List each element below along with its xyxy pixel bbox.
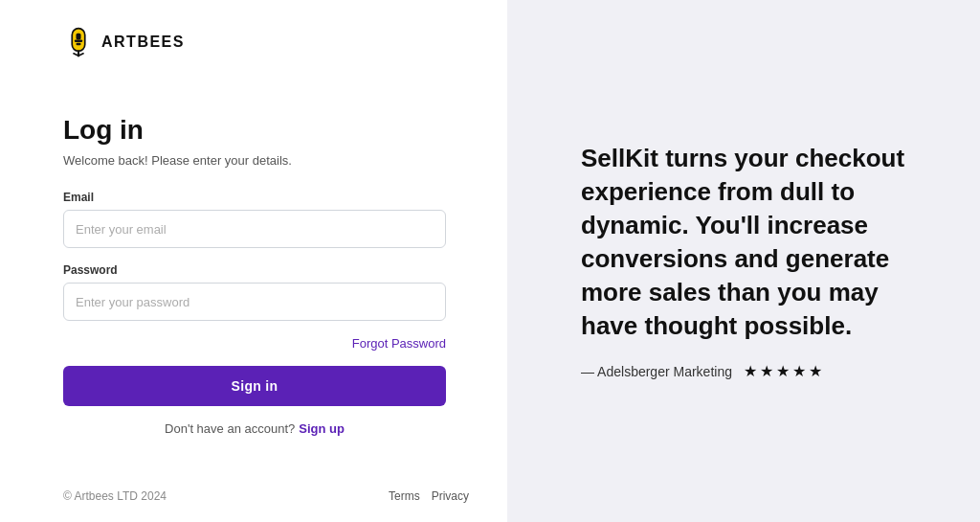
terms-link[interactable]: Terms bbox=[389, 489, 420, 503]
login-subtitle: Welcome back! Please enter your details. bbox=[63, 153, 469, 168]
star-4: ★ bbox=[792, 362, 806, 380]
testimonial: SellKit turns your checkout experience f… bbox=[581, 142, 906, 381]
testimonial-author: — Adelsberger Marketing ★ ★ ★ ★ ★ bbox=[581, 362, 906, 380]
star-2: ★ bbox=[760, 362, 773, 380]
testimonial-author-name: — Adelsberger Marketing bbox=[581, 364, 732, 379]
star-3: ★ bbox=[776, 362, 790, 380]
login-title: Log in bbox=[63, 115, 469, 146]
password-input[interactable] bbox=[63, 283, 446, 321]
footer: © Artbees LTD 2024 Terms Privacy bbox=[63, 480, 469, 503]
left-panel: ARTBEES Log in Welcome back! Please ente… bbox=[0, 0, 507, 522]
password-field-group: Password bbox=[63, 263, 469, 321]
signup-row: Don't have an account? Sign up bbox=[63, 421, 446, 436]
star-5: ★ bbox=[809, 362, 822, 380]
forgot-password-row: Forgot Password bbox=[63, 336, 446, 351]
sign-in-button[interactable]: Sign in bbox=[63, 366, 446, 406]
form-area: Log in Welcome back! Please enter your d… bbox=[63, 115, 469, 480]
privacy-link[interactable]: Privacy bbox=[432, 489, 469, 503]
star-1: ★ bbox=[744, 362, 757, 380]
right-panel: SellKit turns your checkout experience f… bbox=[507, 0, 980, 522]
forgot-password-link[interactable]: Forgot Password bbox=[352, 336, 446, 351]
testimonial-quote: SellKit turns your checkout experience f… bbox=[581, 142, 906, 344]
password-label: Password bbox=[63, 263, 469, 277]
svg-rect-1 bbox=[76, 34, 80, 40]
stars: ★ ★ ★ ★ ★ bbox=[744, 362, 822, 380]
email-input[interactable] bbox=[63, 210, 446, 248]
signup-text: Don't have an account? bbox=[165, 421, 295, 436]
svg-rect-2 bbox=[75, 39, 82, 42]
artbees-logo-icon bbox=[63, 27, 94, 57]
svg-rect-3 bbox=[76, 43, 80, 46]
logo-area: ARTBEES bbox=[63, 27, 469, 57]
footer-copyright: © Artbees LTD 2024 bbox=[63, 489, 167, 503]
signup-link[interactable]: Sign up bbox=[299, 421, 345, 436]
email-field-group: Email bbox=[63, 191, 469, 248]
email-label: Email bbox=[63, 191, 469, 204]
logo-text: ARTBEES bbox=[101, 34, 185, 51]
footer-links: Terms Privacy bbox=[389, 489, 469, 503]
